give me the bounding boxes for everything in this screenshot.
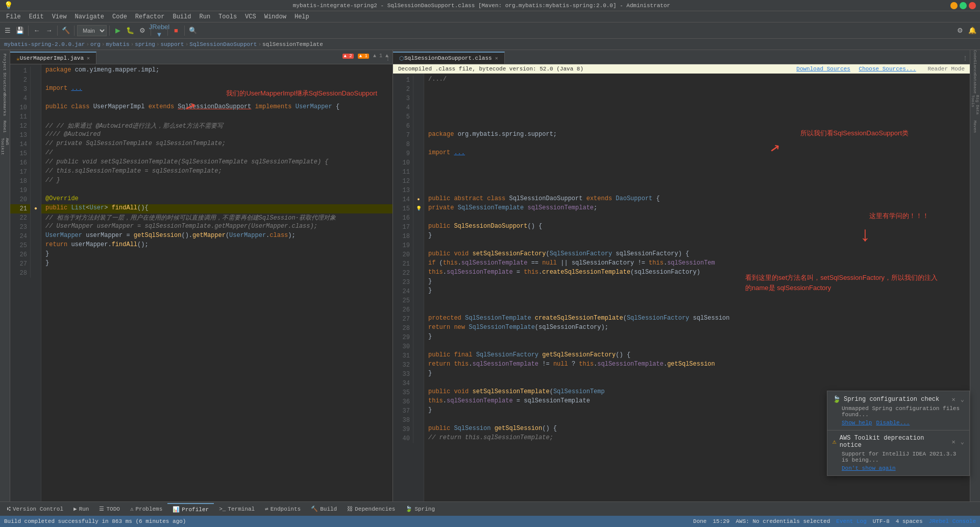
line-row-26: 26 [10,250,41,259]
menu-edit[interactable]: Edit [25,12,48,21]
choose-sources-btn[interactable]: Choose Sources... [859,66,916,72]
tab-dependencies[interactable]: ⛓ Dependencies [342,504,400,514]
toolbar-coverage-btn[interactable]: ⚙ [137,25,148,36]
breadcrumb-mybatis[interactable]: mybatis [106,41,129,47]
tab-close-user-mapper-impl[interactable]: ✕ [87,55,90,61]
toolbar-build-btn[interactable]: 🔨 [60,25,71,36]
breadcrumb-class[interactable]: SqlSessionDaoSupport [189,41,257,47]
notif-spring-help[interactable]: Show help [842,420,872,426]
menu-run[interactable]: Run [195,12,214,21]
tab-profiler[interactable]: 📊 Profiler [167,503,214,515]
terminal-icon: >_ [219,506,226,512]
toolbar-debug-btn[interactable]: 🐛 [125,25,136,36]
tab-user-mapper-impl[interactable]: ☕ UserMapperImpl.java ✕ [10,52,96,64]
sidebar-structure[interactable]: Structure [1,74,9,94]
notif-aws-close[interactable]: ✕ [952,438,955,446]
run-config-selector[interactable]: Main [77,25,107,36]
right-code-line-33: } [424,370,970,379]
notification-panel: 🍃 Spring configuration check ✕ ⌄ Unmappe… [827,391,970,476]
close-button[interactable] [969,2,976,9]
breadcrumb-field[interactable]: sqlSessionTemplate [262,41,323,47]
status-spaces[interactable]: 4 spaces [896,518,923,524]
breadcrumb-support[interactable]: support [161,41,184,47]
tab-version-control[interactable]: ⑆ Version Control [2,504,68,514]
toolbar-notifications-btn[interactable]: 🔔 [967,25,978,36]
sidebar-maven[interactable]: Maven [971,116,979,137]
tab-spring[interactable]: 🍃 Spring [400,504,440,514]
left-code-line-13: //// @Autowired [41,131,393,140]
menu-window[interactable]: Window [260,12,290,21]
menu-file[interactable]: File [2,12,25,21]
toolbar-search-btn[interactable]: 🔍 [187,25,199,36]
sidebar-project[interactable]: Project [1,52,9,73]
status-encoding[interactable]: UTF-8 [873,518,890,524]
tab-todo[interactable]: ☰ TODO [94,504,125,514]
notif-spring-close[interactable]: ✕ [952,396,955,403]
notif-aws-dont-show[interactable]: Don't show again [842,465,896,471]
toolbar-save-btn[interactable]: 💾 [14,25,26,36]
toolbar-forward-btn[interactable]: → [43,25,55,36]
sidebar-codeglance[interactable]: CodeGlance [971,52,979,73]
spring-tab-icon: 🍃 [405,506,412,512]
right-editor-options-btn[interactable]: ⋮ [961,52,970,64]
download-sources-btn[interactable]: Download Sources [796,66,850,72]
sidebar-rebel[interactable]: Rebel [1,116,9,137]
menu-view[interactable]: View [48,12,71,21]
jrebel-console-btn[interactable]: JRebel Console [929,518,976,524]
right-line-numbers: 1 2 3 4 5 6 7 8 9 10 11 12 13 14● 15💡 16 [393,74,424,501]
right-sidebar: CodeGlance Database Big Data Tools Maven [970,50,980,501]
breadcrumb-sep-5: › [185,41,189,47]
reader-mode-btn[interactable]: Reader Mode [927,66,965,72]
menu-tools[interactable]: Tools [214,12,241,21]
menu-refactor[interactable]: Refactor [131,12,169,21]
left-code-line-10: public class UserMapperImpl extends SqlS… [41,103,393,112]
window-controls[interactable] [950,2,976,9]
right-code-line-29: } [424,333,970,342]
right-code-line-25 [424,296,970,305]
menu-vcs[interactable]: VCS [241,12,260,21]
notif-spring-disable[interactable]: Disable... [876,420,910,426]
tab-close-sql-session-dao[interactable]: ✕ [495,55,498,61]
tab-problems[interactable]: ⚠ Problems [125,504,167,514]
right-code-line-21: if (this.sqlSessionTemplate == null || s… [424,259,970,269]
left-code-scroll[interactable]: 1 2 3 4 10 11 12 13 14 15 16 17 18 19 20… [10,64,393,501]
breadcrumb-org[interactable]: org [90,41,101,47]
breadcrumb-jar[interactable]: mybatis-spring-2.0.0.jar [4,41,85,47]
left-editor-counter: ▲ 2 ▲ 1 ▲ 1 ▲ [342,53,388,59]
event-log-btn[interactable]: Event Log [836,518,866,524]
toolbar-jrebel-btn[interactable]: JRebel ▼ [154,25,165,36]
sidebar-aws[interactable]: AWS Toolkit [1,138,9,158]
sidebar-bigdata[interactable]: Big Data Tools [971,95,979,115]
right-code-line-30 [424,342,970,351]
tab-terminal[interactable]: >_ Terminal [214,504,260,514]
tab-build[interactable]: 🔨 Build [306,504,342,514]
menu-help[interactable]: Help [290,12,313,21]
left-code-line-22: // 相当于对方法封装了一层，用户在使用的时候可以直接调用，不需要再创建SqlS… [41,213,393,223]
minimize-button[interactable] [950,2,958,9]
sidebar-database[interactable]: Database [971,74,979,94]
notif-aws-settings[interactable]: ⌄ [961,438,964,446]
tab-run[interactable]: ▶ Run [68,504,94,514]
menu-navigate[interactable]: Navigate [70,12,108,21]
sidebar-bookmarks[interactable]: Bookmarks [1,95,9,115]
left-editor: ☕ UserMapperImpl.java ✕ ▲ 2 ▲ 1 ▲ 1 ▲ ⋮ … [10,50,393,501]
line-row-10: 10 [10,103,41,112]
left-code-line-11 [41,112,393,122]
tab-endpoints[interactable]: ⇌ Endpoints [260,504,306,514]
toolbar: ☰ 💾 ← → 🔨 Main ▶ 🐛 ⚙ JRebel ▼ ■ 🔍 ⚙ 🔔 [0,22,980,39]
left-code-line-21: public List<User> findAll(){ [41,204,393,213]
toolbar-menu-btn[interactable]: ☰ [2,25,13,36]
menu-build[interactable]: Build [168,12,195,21]
breadcrumb-spring[interactable]: spring [135,41,155,47]
maximize-button[interactable] [960,2,967,9]
deps-icon: ⛓ [347,506,353,512]
toolbar-settings-btn[interactable]: ⚙ [954,25,966,36]
menu-code[interactable]: Code [108,12,131,21]
notif-aws-body: Support for IntelliJ IDEA 2021.3.3 is be… [842,451,964,463]
notif-spring-settings[interactable]: ⌄ [961,396,964,403]
toolbar-run-btn[interactable]: ▶ [112,25,124,36]
tab-sql-session-dao-support[interactable]: ⬡ SqlSessionDaoSupport.class ✕ [393,52,505,64]
toolbar-back-btn[interactable]: ← [31,25,42,36]
toolbar-stop-btn[interactable]: ■ [170,25,182,36]
notif-spring-body: Unmapped Spring configuration files foun… [842,405,964,418]
